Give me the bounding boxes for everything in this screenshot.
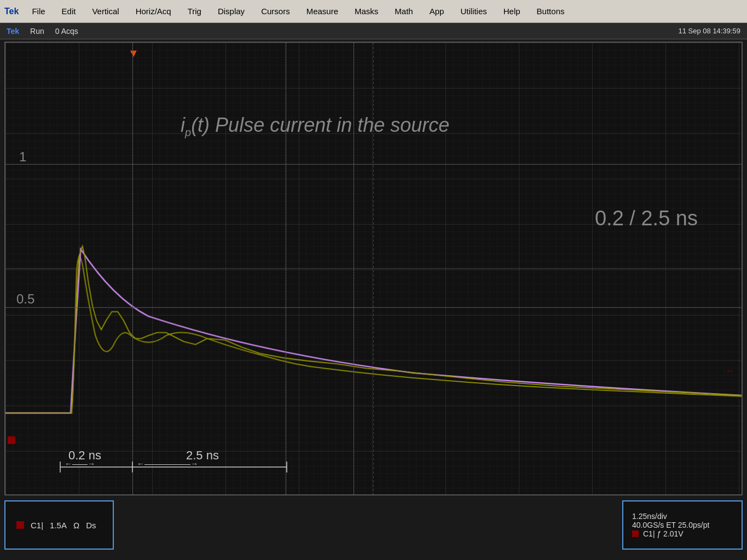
channel-amplitude: 1.5A: [50, 521, 67, 530]
channel-omega: Ω: [73, 521, 79, 530]
status-run: Run: [30, 27, 44, 36]
menu-utilities[interactable]: Utilities: [457, 4, 490, 18]
channel-info-panel: C1| 1.5A Ω Ds: [4, 500, 114, 550]
menu-buttons[interactable]: Buttons: [534, 4, 568, 18]
ch1-color-indicator: [16, 521, 24, 529]
menu-measure[interactable]: Measure: [303, 4, 341, 18]
menu-edit[interactable]: Edit: [59, 4, 79, 18]
scale-label-1: 1: [19, 149, 26, 165]
timebase-line2: 40.0GS/s ET 25.0ps/pt: [632, 521, 733, 529]
ch1-timebase-marker: [632, 530, 639, 537]
menu-bar: Tek File Edit Vertical Horiz/Acq Trig Di…: [0, 0, 747, 23]
status-timestamp: 11 Sep 08 14:39:59: [679, 27, 741, 35]
cursor-line-v-center: [354, 43, 354, 494]
status-acqs: 0 Acqs: [55, 27, 78, 36]
right-arrow-marker: ←: [725, 365, 735, 377]
status-bar: Tek Run 0 Acqs 11 Sep 08 14:39:59: [0, 23, 747, 39]
menu-app[interactable]: App: [426, 4, 448, 18]
timebase-line3: C1| ƒ 2.01V: [632, 529, 733, 538]
menu-display[interactable]: Display: [215, 4, 248, 18]
timebase-info-panel: 1.25ns/div 40.0GS/s ET 25.0ps/pt C1| ƒ 2…: [622, 500, 743, 550]
menu-math[interactable]: Math: [391, 4, 416, 18]
channel-label: C1|: [31, 521, 43, 530]
menu-horiz[interactable]: Horiz/Acq: [132, 4, 175, 18]
menu-vertical[interactable]: Vertical: [89, 4, 122, 18]
menu-cursors[interactable]: Cursors: [258, 4, 293, 18]
scale-label-05: 0.5: [16, 291, 34, 307]
cursor-line-v2: [286, 43, 286, 494]
cursor-line-mid: [5, 307, 742, 308]
brand-label: Tek: [4, 7, 19, 16]
waveform-display: [5, 43, 742, 494]
info-panel: C1| 1.5A Ω Ds 1.25ns/div 40.0GS/s ET 25.…: [4, 498, 743, 552]
menu-masks[interactable]: Masks: [351, 4, 381, 18]
measurement-brackets: [5, 434, 742, 478]
trigger-indicator: ▼: [128, 47, 139, 60]
menu-help[interactable]: Help: [500, 4, 524, 18]
channel-ds: Ds: [86, 521, 96, 530]
menu-trig[interactable]: Trig: [184, 4, 205, 18]
menu-file[interactable]: File: [28, 4, 48, 18]
cursor-line-top: [5, 164, 742, 165]
status-brand: Tek: [7, 27, 19, 36]
scope-screen: ▼ ← 1 0.5 ip(t) Pulse current in the sou…: [4, 42, 743, 495]
cursor-line-v1: [132, 43, 133, 494]
timebase-line1: 1.25ns/div: [632, 512, 733, 521]
